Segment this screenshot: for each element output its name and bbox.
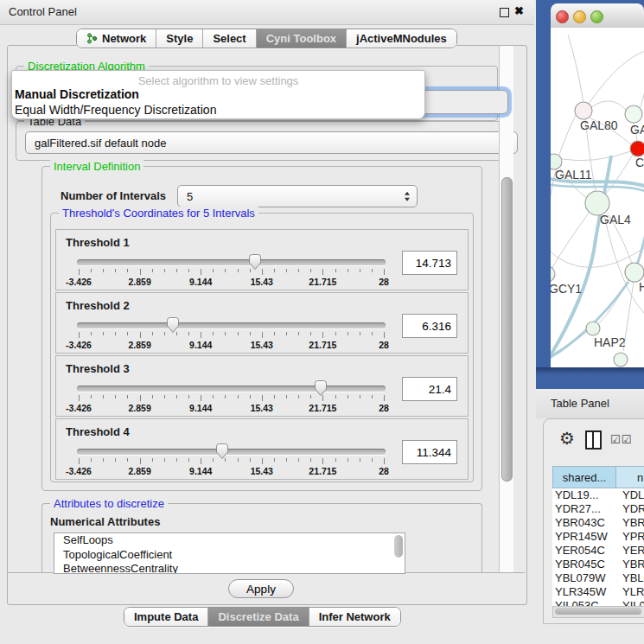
attributes-scrollbar[interactable]	[394, 535, 403, 558]
table-panel-title: Table Panel	[551, 397, 609, 410]
dropdown-hint: Select algorithm to view settings	[12, 71, 424, 87]
table-data-combo[interactable]: galFiltered.sif default node	[25, 131, 518, 154]
threshold-value-field[interactable]: 6.316	[402, 314, 457, 338]
table-row[interactable]: YBL079WYBL0	[552, 571, 644, 585]
panel-vertical-scrollbar[interactable]	[499, 46, 513, 572]
slider-ticks	[79, 458, 384, 465]
tab-discretize-data[interactable]: Discretize Data	[208, 608, 309, 626]
threshold-slider[interactable]	[77, 386, 386, 392]
tab-select[interactable]: Select	[203, 29, 256, 48]
threshold-label: Threshold 1	[66, 236, 130, 249]
network-window-titlebar[interactable]	[551, 3, 644, 29]
control-panel-titlebar: Control Panel ✖	[0, 0, 534, 25]
interval-definition-title: Interval Definition	[50, 160, 143, 173]
table-data-group: Table Data galFiltered.sif default node	[16, 121, 510, 161]
minimize-traffic-light-icon[interactable]	[573, 10, 586, 23]
threshold-slider[interactable]	[77, 259, 386, 265]
network-graph: GAL80GACGAL11GAL4GCY1HHAP2	[551, 28, 644, 367]
number-of-intervals-value: 5	[187, 190, 193, 203]
numerical-attributes-label: Numerical Attributes	[50, 515, 160, 528]
table-panel-titlebar: Table Panel	[536, 389, 644, 418]
threshold-slider[interactable]	[77, 449, 386, 455]
panel-title: Control Panel	[9, 5, 77, 18]
table-row[interactable]: YPR145WYPR1	[552, 530, 644, 544]
table-row[interactable]: YIL053CYIL0	[552, 599, 644, 606]
slider-tick-labels: -3.4262.8599.14415.4321.71528	[79, 403, 384, 413]
tab-network[interactable]: Network	[77, 29, 156, 48]
svg-text:GAL4: GAL4	[600, 213, 631, 226]
table-row[interactable]: YDL19...YDL1	[552, 488, 644, 502]
slider-thumb[interactable]	[248, 253, 262, 271]
table-horizontal-scrollbar[interactable]	[552, 606, 644, 618]
svg-text:C: C	[635, 156, 644, 169]
table-row[interactable]: YDR27...YDR2	[552, 502, 644, 516]
algorithm-option-0[interactable]: Manual Discretization	[12, 87, 424, 103]
network-canvas[interactable]: GAL80GACGAL11GAL4GCY1HHAP2	[551, 28, 644, 367]
threshold-label: Threshold 4	[66, 425, 130, 438]
cyni-bottom-tabbar: Impute DataDiscretize DataInfer Network	[124, 607, 401, 627]
tab-style[interactable]: Style	[156, 29, 203, 48]
slider-thumb[interactable]	[314, 379, 328, 397]
gear-icon[interactable]: ⚙	[559, 428, 575, 449]
float-window-icon[interactable]	[500, 8, 509, 17]
threshold-value-field[interactable]: 21.4	[402, 377, 457, 401]
network-view-window: GAL80GACGAL11GAL4GCY1HHAP2	[536, 0, 644, 389]
slider-tick-labels: -3.4262.8599.14415.4321.71528	[79, 340, 384, 350]
column-header-shared-name[interactable]: shared...	[552, 466, 616, 488]
table-panel: ⚙ ☑☑ shared... n YDL19...YDL1YDR27...YDR…	[543, 418, 644, 624]
table-row[interactable]: YBR043CYBR0	[552, 516, 644, 530]
svg-text:GCY1: GCY1	[551, 282, 582, 296]
close-icon[interactable]: ✖	[514, 4, 524, 17]
algorithm-dropdown-popup: Select algorithm to view settings Manual…	[11, 70, 425, 119]
threshold-slider[interactable]	[77, 322, 386, 328]
table-row[interactable]: YER054CYER0	[552, 544, 644, 558]
table-data-combo-value: galFiltered.sif default node	[35, 137, 166, 150]
tab-infer-network[interactable]: Infer Network	[309, 608, 400, 626]
control-panel-tabbar: NetworkStyleSelectCyni ToolboxjActiveMNo…	[76, 29, 457, 48]
threshold-row-1: Threshold 1-3.4262.8599.14415.4321.71528…	[55, 229, 469, 290]
slider-ticks	[79, 395, 384, 402]
select-columns-checkboxes-icon[interactable]: ☑☑	[610, 433, 632, 446]
tab-impute-data[interactable]: Impute Data	[124, 608, 208, 626]
slider-tick-labels: -3.4262.8599.14415.4321.71528	[79, 466, 384, 476]
algorithm-option-1[interactable]: Equal Width/Frequency Discretization	[12, 103, 424, 118]
number-of-intervals-combo[interactable]: 5	[177, 185, 418, 207]
slider-thumb[interactable]	[166, 316, 180, 334]
slider-tick-labels: -3.4262.8599.14415.4321.71528	[79, 277, 384, 287]
zoom-traffic-light-icon[interactable]	[590, 10, 603, 23]
close-traffic-light-icon[interactable]	[556, 10, 569, 23]
threshold-row-3: Threshold 3-3.4262.8599.14415.4321.71528…	[55, 355, 469, 417]
threshold-value-field[interactable]: 11.344	[402, 440, 457, 464]
threshold-label: Threshold 2	[66, 299, 130, 312]
svg-text:H: H	[639, 280, 644, 294]
columns-icon[interactable]	[585, 430, 602, 450]
table-row[interactable]: YLR345WYLR3	[552, 585, 644, 599]
tab-cyni-toolbox[interactable]: Cyni Toolbox	[257, 29, 347, 48]
thresholds-group-title: Threshold's Coordinates for 5 Intervals	[59, 207, 258, 220]
apply-button[interactable]: Apply	[228, 579, 294, 598]
window-shadow	[536, 367, 644, 374]
number-of-intervals-label: Number of Intervals	[61, 189, 166, 202]
combo-arrows-icon	[405, 192, 410, 201]
table-rows[interactable]: YDL19...YDL1YDR27...YDR2YBR043CYBR0YPR14…	[552, 488, 644, 606]
numerical-attributes-list[interactable]: SelfLoopsTopologicalCoefficientBetweenne…	[54, 532, 405, 574]
slider-thumb[interactable]	[215, 443, 229, 460]
svg-text:GAL80: GAL80	[580, 118, 618, 132]
network-tree-icon	[86, 33, 98, 44]
threshold-row-2: Threshold 2-3.4262.8599.14415.4321.71528…	[55, 292, 469, 354]
attribute-item-0[interactable]: SelfLoops	[54, 533, 405, 548]
slider-ticks	[79, 269, 384, 276]
attributes-group-title: Attributes to discretize	[50, 497, 168, 510]
threshold-value-field[interactable]: 14.713	[402, 251, 457, 275]
slider-ticks	[79, 332, 384, 339]
table-header-row[interactable]: shared... n	[552, 466, 644, 488]
svg-text:HAP2: HAP2	[594, 335, 626, 349]
threshold-label: Threshold 3	[66, 362, 130, 375]
attribute-item-2[interactable]: BetweennessCentrality	[54, 562, 405, 574]
tab-jactivemnodules[interactable]: jActiveMNodules	[347, 29, 456, 48]
table-row[interactable]: YBR045CYBR0	[552, 558, 644, 571]
threshold-row-4: Threshold 4-3.4262.8599.14415.4321.71528…	[55, 418, 469, 480]
svg-text:GA: GA	[630, 123, 644, 137]
attribute-item-1[interactable]: TopologicalCoefficient	[54, 548, 405, 563]
column-header-name[interactable]: n	[616, 466, 644, 488]
